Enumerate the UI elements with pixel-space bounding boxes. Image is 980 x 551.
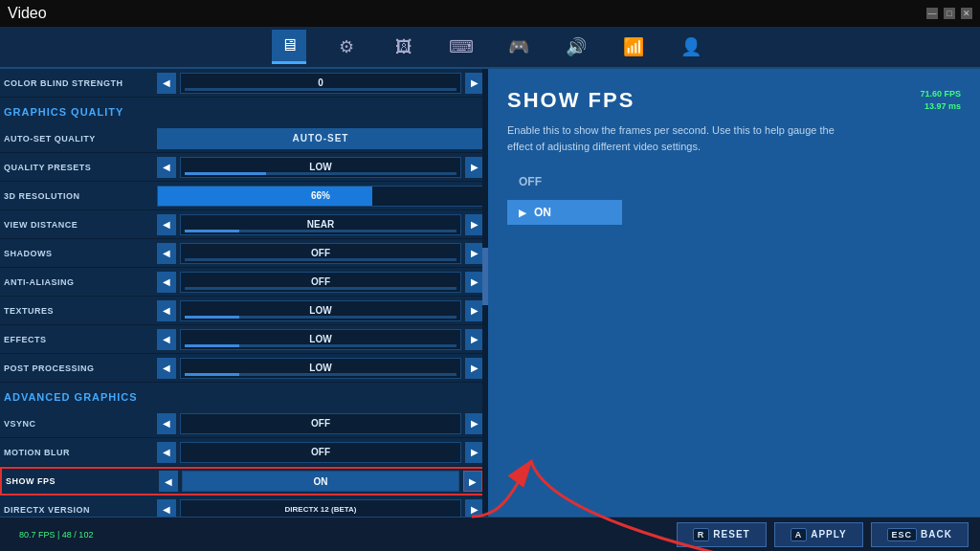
textures-next[interactable]: ▶ <box>465 300 484 321</box>
main-content: COLOR BLIND STRENGTH ◀ 0 ▶ GRAPHICS QUAL… <box>0 69 980 517</box>
directx-next[interactable]: ▶ <box>465 499 484 518</box>
auto-set-row: AUTO-SET QUALITY AUTO-SET <box>0 124 488 153</box>
3d-resolution-slider[interactable]: 66% <box>157 186 484 207</box>
color-blind-label: COLOR BLIND STRENGTH <box>4 78 157 88</box>
auto-set-control: AUTO-SET <box>157 128 484 149</box>
color-blind-value: 0 <box>180 73 461 94</box>
window-title: Video <box>8 5 47 22</box>
show-fps-prev[interactable]: ◀ <box>159 471 178 492</box>
shadows-next[interactable]: ▶ <box>465 243 484 264</box>
textures-value: LOW <box>180 300 461 321</box>
effects-next[interactable]: ▶ <box>465 329 484 350</box>
auto-set-button[interactable]: AUTO-SET <box>157 128 484 149</box>
vsync-value: OFF <box>180 413 461 434</box>
quality-next[interactable]: ▶ <box>465 157 484 178</box>
vsync-control: ◀ OFF ▶ <box>157 413 484 434</box>
post-processing-prev[interactable]: ◀ <box>157 358 176 379</box>
show-fps-next[interactable]: ▶ <box>463 471 482 492</box>
nav-display[interactable]: 🖥 <box>272 30 306 64</box>
maximize-button[interactable]: □ <box>944 8 955 19</box>
effects-prev[interactable]: ◀ <box>157 329 176 350</box>
color-blind-control: ◀ 0 ▶ <box>157 73 484 94</box>
detail-title: SHOW FPS <box>507 88 961 113</box>
reset-key-badge: R <box>693 528 710 541</box>
directx-value: DIRECTX 12 (BETA) <box>180 499 461 518</box>
show-fps-label: SHOW FPS <box>6 476 159 486</box>
motion-blur-label: MOTION BLUR <box>4 448 157 457</box>
nav-settings[interactable]: ⚙ <box>329 30 364 64</box>
apply-key-badge: A <box>791 528 808 541</box>
detail-description: Enable this to show the frames per secon… <box>507 122 852 154</box>
vsync-row: VSYNC ◀ OFF ▶ <box>0 409 488 438</box>
view-distance-label: VIEW DISTANCE <box>4 220 157 230</box>
textures-control: ◀ LOW ▶ <box>157 300 484 321</box>
anti-aliasing-next[interactable]: ▶ <box>465 272 484 293</box>
textures-label: TEXTURES <box>4 306 157 316</box>
motion-blur-prev[interactable]: ◀ <box>157 442 176 463</box>
fps-debug: 80.7 FPS | 48 / 102 <box>11 530 93 540</box>
nav-audio[interactable]: 🔊 <box>559 30 593 64</box>
option-on-label: ON <box>534 206 551 219</box>
post-processing-label: POST PROCESSING <box>4 364 157 373</box>
quality-value: LOW <box>180 157 461 178</box>
directx-label: DIRECTX VERSION <box>4 505 157 515</box>
fps-stats: 71.60 FPS 13.97 ms <box>920 88 961 112</box>
vsync-label: VSYNC <box>4 419 157 429</box>
reset-button[interactable]: R RESET <box>677 522 767 547</box>
effects-control: ◀ LOW ▶ <box>157 329 484 350</box>
anti-aliasing-prev[interactable]: ◀ <box>157 272 176 293</box>
navbar: 🖥 ⚙ 🖼 ⌨ 🎮 🔊 📶 👤 <box>0 27 980 69</box>
auto-set-label: AUTO-SET QUALITY <box>4 134 157 143</box>
motion-blur-row: MOTION BLUR ◀ OFF ▶ <box>0 438 488 467</box>
vsync-prev[interactable]: ◀ <box>157 413 176 434</box>
nav-keyboard[interactable]: ⌨ <box>444 30 479 64</box>
color-blind-row: COLOR BLIND STRENGTH ◀ 0 ▶ <box>0 69 488 98</box>
post-processing-row: POST PROCESSING ◀ LOW ▶ <box>0 354 488 383</box>
shadows-value: OFF <box>180 243 461 264</box>
textures-row: TEXTURES ◀ LOW ▶ <box>0 297 488 325</box>
post-processing-control: ◀ LOW ▶ <box>157 358 484 379</box>
show-fps-row: SHOW FPS ◀ ON ▶ <box>0 467 488 496</box>
bottom-bar: 80.7 FPS | 48 / 102 R RESET A APPLY ESC … <box>0 517 980 551</box>
apply-button[interactable]: A APPLY <box>774 522 863 547</box>
shadows-prev[interactable]: ◀ <box>157 243 176 264</box>
minimize-button[interactable]: — <box>926 8 938 19</box>
option-list: OFF ▶ ON <box>507 169 961 225</box>
option-on[interactable]: ▶ ON <box>507 200 622 225</box>
nav-network[interactable]: 📶 <box>616 30 651 64</box>
nav-account[interactable]: 👤 <box>674 30 708 64</box>
color-blind-next[interactable]: ▶ <box>465 73 484 94</box>
textures-prev[interactable]: ◀ <box>157 300 176 321</box>
motion-blur-control: ◀ OFF ▶ <box>157 442 484 463</box>
quality-prev[interactable]: ◀ <box>157 157 176 178</box>
directx-prev[interactable]: ◀ <box>157 499 176 518</box>
view-distance-next[interactable]: ▶ <box>465 214 484 235</box>
motion-blur-next[interactable]: ▶ <box>465 442 484 463</box>
vsync-next[interactable]: ▶ <box>465 413 484 434</box>
titlebar: Video — □ ✕ <box>0 0 980 27</box>
directx-control: ◀ DIRECTX 12 (BETA) ▶ <box>157 499 484 518</box>
effects-row: EFFECTS ◀ LOW ▶ <box>0 325 488 354</box>
show-fps-value: ON <box>182 471 459 492</box>
back-button[interactable]: ESC BACK <box>871 522 969 547</box>
view-distance-prev[interactable]: ◀ <box>157 214 176 235</box>
motion-blur-value: OFF <box>180 442 461 463</box>
advanced-graphics-header: ADVANCED GRAPHICS <box>0 383 488 409</box>
right-panel: SHOW FPS 71.60 FPS 13.97 ms Enable this … <box>488 69 980 517</box>
3d-resolution-row: 3D RESOLUTION 66% <box>0 182 488 210</box>
titlebar-controls: — □ ✕ <box>926 8 972 19</box>
directx-row: DIRECTX VERSION ◀ DIRECTX 12 (BETA) ▶ <box>0 496 488 517</box>
option-off[interactable]: OFF <box>507 169 622 194</box>
reset-label: RESET <box>713 529 749 540</box>
view-distance-control: ◀ NEAR ▶ <box>157 214 484 235</box>
fps-line2: 13.97 ms <box>920 100 961 113</box>
color-blind-prev[interactable]: ◀ <box>157 73 176 94</box>
left-panel: COLOR BLIND STRENGTH ◀ 0 ▶ GRAPHICS QUAL… <box>0 69 488 517</box>
close-button[interactable]: ✕ <box>961 8 972 19</box>
graphics-quality-header: GRAPHICS QUALITY <box>0 98 488 124</box>
nav-gamepad[interactable]: 🎮 <box>501 30 536 64</box>
back-key-badge: ESC <box>887 528 918 541</box>
option-off-label: OFF <box>519 175 542 188</box>
post-processing-next[interactable]: ▶ <box>465 358 484 379</box>
nav-screen[interactable]: 🖼 <box>387 30 421 64</box>
